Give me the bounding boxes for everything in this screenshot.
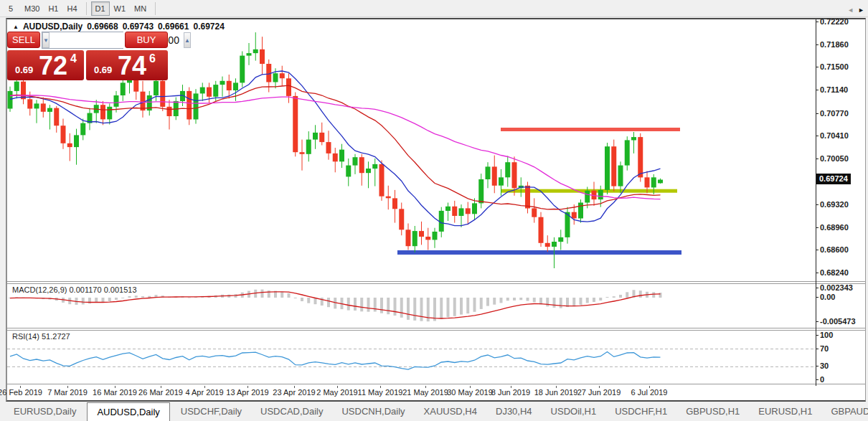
date-label: 8 Jun 2019 [491, 388, 530, 397]
tab-scroll-left-icon[interactable]: ◄ [847, 6, 854, 14]
macd-histogram-bar [148, 296, 151, 298]
macd-histogram-bar [519, 298, 522, 300]
candle-body [625, 140, 630, 165]
period-button-h4[interactable]: H4 [62, 1, 81, 16]
period-button-d1[interactable]: D1 [91, 1, 110, 16]
tab-audusd-daily[interactable]: AUDUSD,Daily [87, 402, 169, 421]
one-click-trading-panel: SELL ▼ ▲ BUY 0.69 72 4 0.69 74 6 [7, 32, 168, 80]
candle-body [141, 92, 146, 110]
candle-body [67, 143, 72, 147]
macd-histogram-bar [500, 298, 503, 303]
ohlc-close: 0.69724 [193, 22, 224, 32]
tab-eurusd-daily[interactable]: EURUSD,Daily [4, 402, 85, 421]
candle-body [220, 81, 225, 85]
tab-dj30-h4[interactable]: DJ30,H4 [486, 402, 542, 421]
buy-button[interactable]: BUY [125, 32, 168, 48]
macd-histogram-bar [307, 298, 310, 303]
macd-name: MACD(12,26,9) [12, 285, 67, 294]
tab-gbpaud-h1[interactable]: GBPAUD,H1 [821, 402, 868, 421]
current-price-label: 0.69724 [816, 174, 851, 184]
rsi-name: RSI(14) [12, 332, 39, 341]
period-button-h1[interactable]: H1 [44, 1, 62, 16]
buy-price-big: 74 [118, 52, 146, 80]
price-tick-label: 0.68960 [820, 223, 863, 232]
date-axis[interactable]: 26 Feb 20197 Mar 201916 Mar 201926 Mar 2… [7, 386, 865, 400]
macd-histogram-bar [493, 298, 496, 305]
candle-body [478, 179, 483, 203]
macd-label: MACD(12,26,9) 0.001170 0.001513 [12, 285, 137, 294]
date-label: 26 Mar 2019 [138, 388, 183, 397]
rsi-tick-label: 30 [820, 361, 864, 370]
price-chart-pane[interactable]: ▲ AUDUSD,Daily 0.69668 0.69743 0.69661 0… [7, 19, 864, 281]
candle-body [578, 203, 583, 219]
candle-body [645, 177, 650, 187]
macd-histogram-bar [400, 298, 403, 318]
macd-histogram-bar [453, 298, 456, 316]
date-label: 26 Feb 2019 [0, 388, 42, 397]
date-label: 30 May 2019 [447, 388, 493, 397]
candle-body [27, 99, 32, 108]
candle-body [8, 91, 13, 109]
candle-body [34, 103, 39, 108]
candle-body [300, 152, 305, 154]
candle-body [558, 237, 563, 242]
macd-histogram-bar [235, 294, 237, 298]
tab-xauusd-h4[interactable]: XAUUSD,H4 [415, 402, 486, 421]
ohlc-open: 0.69668 [87, 22, 118, 32]
candle-body [392, 198, 397, 209]
tab-gbpusd-h1[interactable]: GBPUSD,H1 [676, 402, 749, 421]
candle-body [399, 209, 404, 230]
macd-histogram-bar [433, 298, 436, 321]
price-tick-label: 0.70770 [820, 109, 863, 118]
date-label: 23 Apr 2019 [273, 388, 315, 397]
macd-histogram-bar [115, 298, 118, 300]
volume-decrease-icon[interactable]: ▼ [42, 32, 49, 48]
period-button-5[interactable]: 5 [1, 1, 20, 16]
macd-histogram-bar [606, 297, 609, 298]
macd-histogram-bar [108, 298, 111, 301]
period-button-mn[interactable]: MN [130, 1, 151, 16]
candle-body [260, 49, 265, 64]
tab-scroll-right-icon[interactable]: ► [858, 6, 864, 14]
candle-body [651, 177, 656, 187]
date-label: 27 Jun 2019 [577, 388, 621, 397]
volume-increase-icon[interactable]: ▲ [184, 32, 191, 48]
macd-histogram-bar [82, 298, 85, 305]
candle-body [247, 53, 252, 56]
macd-histogram-bar [613, 296, 615, 298]
tab-usdoil-h1[interactable]: USDOil,H1 [542, 402, 606, 421]
rsi-panel[interactable]: RSI(14) 51.2727 10070300 [7, 331, 864, 384]
tab-eurusd-h1[interactable]: EURUSD,H1 [749, 402, 821, 421]
candle-body [213, 85, 218, 97]
tab-usdchf-h1[interactable]: USDCHF,H1 [605, 402, 676, 421]
price-tick-label: 0.72220 [820, 17, 863, 26]
rsi-tick-label: 100 [820, 331, 864, 339]
tab-usdcnh-daily[interactable]: USDCNH,Daily [332, 402, 414, 421]
period-button-m30[interactable]: M30 [20, 1, 44, 16]
period-button-w1[interactable]: W1 [110, 1, 131, 16]
tab-usdcad-daily[interactable]: USDCAD,Daily [251, 402, 332, 421]
candle-body [459, 208, 464, 216]
macd-histogram-bar [473, 298, 476, 312]
candle-body [525, 186, 530, 209]
macd-histogram-bar [527, 298, 529, 301]
candle-body [319, 133, 324, 142]
one-click-collapse-icon[interactable]: ▲ [13, 24, 19, 30]
ohlc-low: 0.69661 [158, 22, 189, 32]
tab-usdchf-daily[interactable]: USDCHF,Daily [171, 402, 251, 421]
macd-histogram-bar [261, 290, 264, 298]
macd-panel[interactable]: MACD(12,26,9) 0.001170 0.001513 0.002343… [7, 284, 864, 328]
price-tick-label: 0.70050 [820, 154, 863, 163]
date-label: 6 Jul 2019 [631, 388, 668, 397]
resistance-line[interactable] [501, 128, 680, 131]
price-tick-label: 0.68600 [820, 245, 863, 254]
support-line[interactable] [397, 250, 681, 255]
candle-body [466, 208, 471, 214]
sell-button[interactable]: SELL [7, 32, 40, 48]
candle-body [472, 203, 477, 214]
macd-histogram-bar [294, 298, 297, 298]
candle-body [539, 217, 544, 243]
macd-histogram-bar [420, 298, 423, 321]
candle-body [100, 105, 105, 119]
toolbar-separator [86, 2, 87, 15]
